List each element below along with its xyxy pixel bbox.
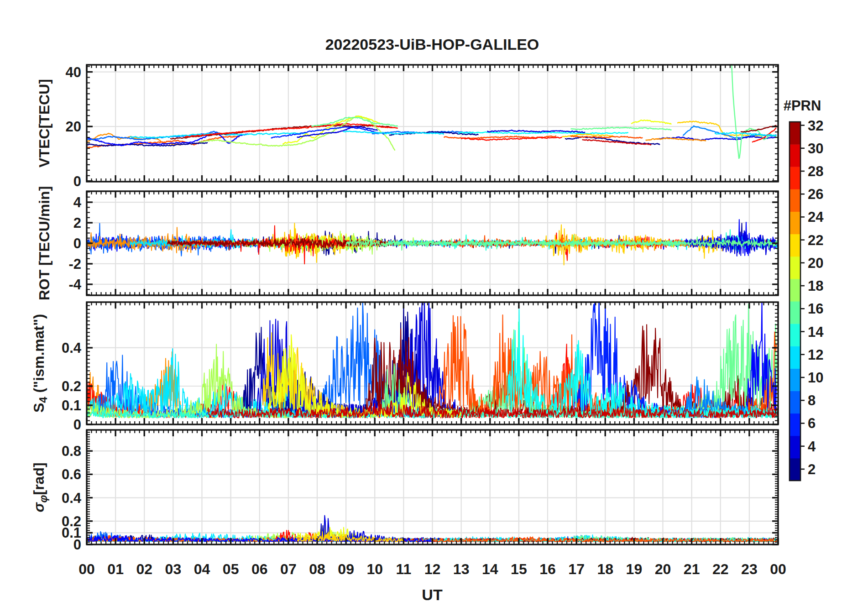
xtick-label-02-2: 02 <box>136 561 152 577</box>
xtick-label-10-10: 10 <box>366 561 383 577</box>
colorbar-cell <box>790 279 800 302</box>
chart-canvas: 02040-4-202400.10.20.400.10.20.40.60.800… <box>0 0 868 607</box>
colorbar-tick-label: 6 <box>808 415 816 431</box>
rot-ytick-label: 0 <box>73 235 81 251</box>
xtick-label-09-9: 09 <box>338 561 354 577</box>
vtec-ytick-label: 20 <box>66 119 81 135</box>
colorbar-cell <box>790 144 800 167</box>
colorbar-tick-label: 20 <box>808 255 823 271</box>
rot-ytick-label: -4 <box>68 277 81 293</box>
figure: 20220523-UiB-HOP-GALILEO VTEC[TECU] ROT … <box>0 0 868 607</box>
panel-vtec: 02040 <box>66 18 778 189</box>
colorbar-tick-label: 30 <box>808 141 823 157</box>
vtec-ytick-label: 0 <box>73 173 81 189</box>
xtick-label-01-1: 01 <box>107 561 124 577</box>
colorbar-tick-label: 22 <box>808 232 823 248</box>
colorbar-cell <box>790 368 800 391</box>
xtick-label-18-18: 18 <box>597 561 613 577</box>
s4-ytick-label: 0.1 <box>62 398 81 413</box>
panel-sigma_phi: 00.10.20.40.60.8 <box>62 430 778 553</box>
xtick-label-00-0: 00 <box>78 561 95 577</box>
colorbar-tick-label: 16 <box>808 301 823 317</box>
xtick-label-17-17: 17 <box>568 561 585 577</box>
xtick-label-16-16: 16 <box>539 561 556 577</box>
colorbar-cell <box>790 324 800 346</box>
sigma_phi-ytick-label: 0.8 <box>62 443 81 459</box>
xtick-label-13-13: 13 <box>453 561 470 577</box>
colorbar-tick-label: 24 <box>808 209 824 225</box>
xtick-label-15-15: 15 <box>511 561 527 577</box>
colorbar-tick-label: 10 <box>808 370 823 386</box>
colorbar-cell <box>790 301 800 324</box>
colorbar-cell <box>790 346 800 369</box>
colorbar-cell <box>790 122 800 145</box>
colorbar-tick-label: 14 <box>808 324 824 340</box>
sigma_phi-ytick-label: 0.2 <box>62 513 81 529</box>
panel-s4: 00.10.20.4 <box>62 291 778 433</box>
s4-ytick-label: 0 <box>73 417 81 433</box>
xtick-label-04-4: 04 <box>194 561 210 577</box>
colorbar-tick-label: 4 <box>808 439 816 455</box>
s4-ytick-label: 0.2 <box>62 378 81 394</box>
colorbar-cell <box>790 391 800 414</box>
colorbar-cell <box>790 189 800 212</box>
colorbar-tick-label: 28 <box>808 163 823 179</box>
colorbar-cell <box>790 458 800 481</box>
xtick-label-00-24: 00 <box>770 561 786 577</box>
colorbar-tick-label: 26 <box>808 186 823 202</box>
xtick-label-11-11: 11 <box>396 561 411 577</box>
rot-ytick-label: 2 <box>73 215 81 231</box>
xtick-label-07-7: 07 <box>280 561 297 577</box>
colorbar-tick-label: 12 <box>808 347 823 363</box>
panel-rot: -4-2024 <box>68 191 778 295</box>
xtick-label-06-6: 06 <box>251 561 268 577</box>
xtick-label-20-20: 20 <box>655 561 671 577</box>
colorbar-tick-label: 8 <box>808 392 816 408</box>
xtick-label-12-12: 12 <box>424 561 441 577</box>
xtick-label-03-3: 03 <box>165 561 182 577</box>
colorbar: 2468101214161820222426283032 <box>790 118 824 481</box>
colorbar-tick-label: 32 <box>808 118 823 134</box>
colorbar-cell <box>790 167 800 189</box>
xtick-label-05-5: 05 <box>223 561 239 577</box>
s4-ytick-label: 0.4 <box>62 340 82 356</box>
xtick-label-23-23: 23 <box>741 561 758 577</box>
rot-ytick-label: -2 <box>68 256 81 272</box>
colorbar-tick-label: 18 <box>808 278 823 294</box>
vtec-ytick-label: 40 <box>66 64 81 80</box>
colorbar-cell <box>790 234 800 257</box>
xtick-label-14-14: 14 <box>482 561 498 577</box>
colorbar-cell <box>790 256 800 279</box>
sigma_phi-ytick-label: 0.4 <box>62 490 82 506</box>
sigma_phi-ytick-label: 0.6 <box>62 466 81 482</box>
xtick-label-19-19: 19 <box>626 561 643 577</box>
colorbar-tick-label: 2 <box>808 461 816 477</box>
xtick-label-21-21: 21 <box>684 561 700 577</box>
xtick-label-22-22: 22 <box>712 561 729 577</box>
rot-ytick-label: 4 <box>73 194 82 210</box>
colorbar-cell <box>790 212 800 235</box>
colorbar-cell <box>790 413 800 436</box>
xtick-label-08-8: 08 <box>309 561 325 577</box>
colorbar-cell <box>790 436 800 459</box>
